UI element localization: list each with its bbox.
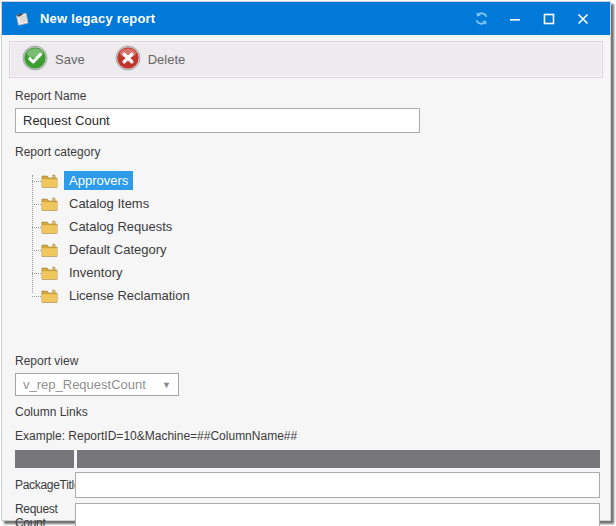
close-button[interactable]: [566, 6, 600, 32]
tree-item-license-reclamation[interactable]: License Reclamation: [24, 284, 602, 307]
save-button-label: Save: [55, 52, 85, 67]
tree-item-label: Catalog Items: [64, 194, 154, 213]
maximize-button[interactable]: [532, 6, 566, 32]
report-category-label: Report category: [15, 145, 602, 159]
dropdown-arrow-icon: ▼: [162, 380, 171, 390]
report-view-value: v_rep_RequestCount: [23, 377, 162, 392]
tree-item-label: Inventory: [64, 263, 127, 282]
report-view-label: Report view: [15, 354, 602, 368]
save-button[interactable]: Save: [22, 45, 85, 75]
toolbar: Save Delete: [9, 41, 603, 78]
tree-item-label: Default Category: [64, 240, 172, 259]
tree-item-inventory[interactable]: Inventory: [24, 261, 602, 284]
dialog-window: New legacy report: [1, 1, 611, 521]
save-check-icon: [22, 45, 48, 75]
dialog-content: Report Name Report category Approvers: [2, 78, 610, 526]
title-bar: New legacy report: [2, 2, 610, 35]
folder-icon: [41, 243, 58, 257]
delete-x-icon: [115, 45, 141, 75]
column-link-requestcount-input[interactable]: [75, 503, 600, 526]
tree-item-catalog-items[interactable]: Catalog Items: [24, 192, 602, 215]
table-header-value-column: [77, 450, 600, 468]
table-row: PackageTitle: [15, 472, 600, 498]
folder-icon: [41, 220, 58, 234]
delete-button-label: Delete: [148, 52, 186, 67]
minimize-button[interactable]: [498, 6, 532, 32]
table-header-key-column: [15, 450, 74, 468]
refresh-icon[interactable]: [464, 6, 498, 32]
window-title: New legacy report: [40, 11, 464, 26]
tree-item-default-category[interactable]: Default Category: [24, 238, 602, 261]
column-link-row-label: PackageTitle: [15, 478, 75, 492]
folder-icon: [41, 289, 58, 303]
delete-button[interactable]: Delete: [115, 45, 186, 75]
tree-item-catalog-requests[interactable]: Catalog Requests: [24, 215, 602, 238]
column-link-requestcount-input-label: Request Count: [15, 502, 75, 526]
report-name-input[interactable]: [15, 108, 420, 133]
column-links-table-header: [15, 450, 600, 468]
report-view-select[interactable]: v_rep_RequestCount ▼: [15, 373, 179, 396]
window-controls: [464, 6, 600, 32]
category-tree: Approvers Catalog Items: [24, 169, 602, 307]
column-link-packagetitle-input[interactable]: [75, 472, 600, 498]
folder-icon: [41, 174, 58, 188]
column-links-example: Example: ReportID=10&Machine=##ColumnNam…: [15, 429, 602, 443]
table-row: Request Count: [15, 502, 600, 526]
column-links-label: Column Links: [15, 405, 602, 419]
tree-item-label: Catalog Requests: [64, 217, 177, 236]
report-note-icon: [13, 11, 31, 27]
folder-icon: [41, 197, 58, 211]
tree-item-label: License Reclamation: [64, 286, 195, 305]
tree-item-label: Approvers: [64, 171, 133, 190]
folder-icon: [41, 266, 58, 280]
tree-item-approvers[interactable]: Approvers: [24, 169, 602, 192]
report-name-label: Report Name: [15, 89, 602, 103]
